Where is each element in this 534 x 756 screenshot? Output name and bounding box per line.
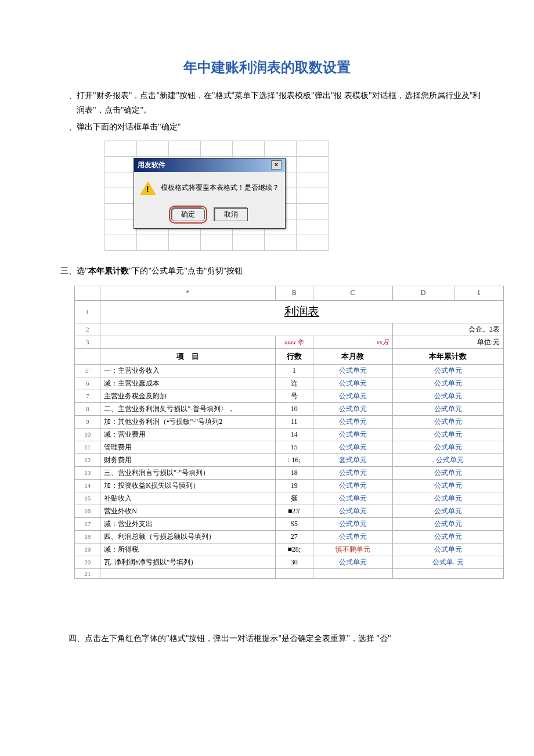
row-num: 10 <box>75 428 100 441</box>
month-formula-cell[interactable]: 公式单元 <box>313 441 392 453</box>
project-name: 财务费用 <box>100 453 276 466</box>
month-label: xx月 <box>313 336 392 348</box>
year-value: xxxx 年 <box>275 336 313 348</box>
month-formula-cell[interactable]: 公式单元 <box>313 402 392 415</box>
form-code: 会企。2表 <box>392 323 503 336</box>
month-formula-cell[interactable]: 公式单元 <box>313 415 392 428</box>
month-formula-cell[interactable]: 公式单元 <box>313 390 392 402</box>
year-formula-cell[interactable]: 公式单元 <box>392 492 503 505</box>
year-formula-cell[interactable] <box>392 568 503 578</box>
line-no: 连 <box>275 377 313 390</box>
month-formula-cell[interactable]: 套式单元 <box>313 453 392 466</box>
line-no: ■23' <box>275 505 313 517</box>
row-num: 19 <box>75 543 100 556</box>
year-formula-cell[interactable]: 公式单元 <box>392 466 503 479</box>
month-formula-cell[interactable]: 公式单元 <box>313 377 392 390</box>
month-formula-cell[interactable]: 公式单元 <box>313 466 392 479</box>
year-formula-cell[interactable]: 公式单元 <box>392 505 503 517</box>
month-formula-cell[interactable]: 公式单元 <box>313 556 392 568</box>
row-num-3: 3 <box>75 336 100 348</box>
project-name: 加：其他业务利润（•亏损敏"-"号填列2 <box>100 415 276 428</box>
row-num: 18 <box>75 530 100 543</box>
project-name: 一：主营业务收入 <box>100 364 276 377</box>
year-formula-cell[interactable]: 公式单元 <box>392 377 503 390</box>
project-name: 管理费用 <box>100 441 276 453</box>
month-formula-cell[interactable]: 公式单元 <box>313 492 392 505</box>
month-formula-cell[interactable]: 慎不鹏单元 <box>313 543 392 556</box>
month-formula-cell[interactable]: 公式单元 <box>313 505 392 517</box>
row-num: 11 <box>75 441 100 453</box>
year-formula-cell[interactable]: 公式单元 <box>392 543 503 556</box>
dialog-screenshot: 用友软件 × 模板格式将覆盖本表格式！是否继续？ 确定 取消 <box>104 141 482 253</box>
project-name: 减：营业外支出 <box>100 517 276 530</box>
step-3: 三、选"本年累计数"下的"公式单元"点击"剪切"按钮 <box>52 265 482 278</box>
month-formula-cell[interactable]: 公式单元 <box>313 517 392 530</box>
line-no: 10 <box>275 402 313 415</box>
hdr-year-cum: 本年累计数 <box>392 348 503 364</box>
year-formula-cell[interactable]: 公式单元 <box>392 441 503 453</box>
line-no: 30 <box>275 556 313 568</box>
row-num: 14 <box>75 479 100 492</box>
unit-label: 单位:元 <box>392 336 503 348</box>
project-name: 加：投资收益K损失以号慎列） <box>100 479 276 492</box>
month-formula-cell[interactable] <box>313 568 392 578</box>
project-name: 减：营业费用 <box>100 428 276 441</box>
month-formula-cell[interactable]: 公式单元 <box>313 479 392 492</box>
page-title: 年中建账利润表的取数设置 <box>52 58 482 77</box>
row-num: 21 <box>75 568 100 578</box>
row-num: 12 <box>75 453 100 466</box>
month-formula-cell[interactable]: 公式单元 <box>313 364 392 377</box>
row-num: 13 <box>75 466 100 479</box>
step-1: 、打开"财务报表"，点击"新建"按钮，在"格式"菜单下选择"报表模板"弹出"报 … <box>52 88 482 117</box>
row-num: 6 <box>75 377 100 390</box>
year-formula-cell[interactable]: 公式单元 <box>392 402 503 415</box>
row-num: 9 <box>75 415 100 428</box>
col-b: B <box>275 286 313 300</box>
year-formula-cell[interactable]: 公式单元 <box>392 479 503 492</box>
line-no: ■28; <box>275 543 313 556</box>
row-num: 17 <box>75 517 100 530</box>
dialog-titlebar: 用友软件 × <box>134 159 285 172</box>
year-label <box>100 336 276 348</box>
year-formula-cell[interactable]: 公式单元 <box>392 428 503 441</box>
row-num-2: 2 <box>75 323 100 336</box>
project-name: 主营业务税金及附加 <box>100 390 276 402</box>
step-2: 、弹出下面的对话框单击"确定" <box>52 120 482 134</box>
close-icon[interactable]: × <box>271 160 282 170</box>
year-formula-cell[interactable]: 公式单元 <box>392 415 503 428</box>
line-no: S5 <box>275 517 313 530</box>
project-name: 营业外收N <box>100 505 276 517</box>
month-formula-cell[interactable]: 公式单元 <box>313 428 392 441</box>
cancel-button[interactable]: 取消 <box>214 208 248 221</box>
year-formula-cell[interactable]: 公式单元 <box>392 517 503 530</box>
row-num: 20 <box>75 556 100 568</box>
line-no: 27 <box>275 530 313 543</box>
col-c: C <box>313 286 392 300</box>
line-no <box>275 568 313 578</box>
line-no: 号 <box>275 390 313 402</box>
month-formula-cell[interactable]: 公式单元 <box>313 530 392 543</box>
year-formula-cell[interactable]: 公式单元 <box>392 390 503 402</box>
year-formula-cell[interactable]: 公式单. 元 <box>392 556 503 568</box>
step-3-bold: 本年累计数 <box>88 267 129 275</box>
ok-button[interactable]: 确定 <box>171 208 205 221</box>
row-num-1: 1 <box>75 300 100 323</box>
row-num: 5' <box>75 364 100 377</box>
hdr-month: 本月教 <box>313 348 392 364</box>
project-name: 四、利润总额（亏损总额以号填列） <box>100 530 276 543</box>
project-name: 减：主营业蠢成本 <box>100 377 276 390</box>
year-formula-cell[interactable]: 公式单元 <box>392 364 503 377</box>
project-name: 减：所得税 <box>100 543 276 556</box>
line-no: 14 <box>275 428 313 441</box>
line-no: 18 <box>275 466 313 479</box>
col-e: 1 <box>454 286 503 300</box>
line-no: 1 <box>275 364 313 377</box>
sheet-main-title: 利润表 <box>100 300 504 323</box>
col-a: * <box>100 286 276 300</box>
year-formula-cell[interactable]: . 公式单元 <box>392 453 503 466</box>
row-num-4 <box>75 348 100 364</box>
row-num: 15 <box>75 492 100 505</box>
dialog-title-text: 用友软件 <box>138 160 165 170</box>
year-formula-cell[interactable]: 公式单元 <box>392 530 503 543</box>
project-name: 二、主营业务利润夂亏损以"-普号填列〉， <box>100 402 276 415</box>
